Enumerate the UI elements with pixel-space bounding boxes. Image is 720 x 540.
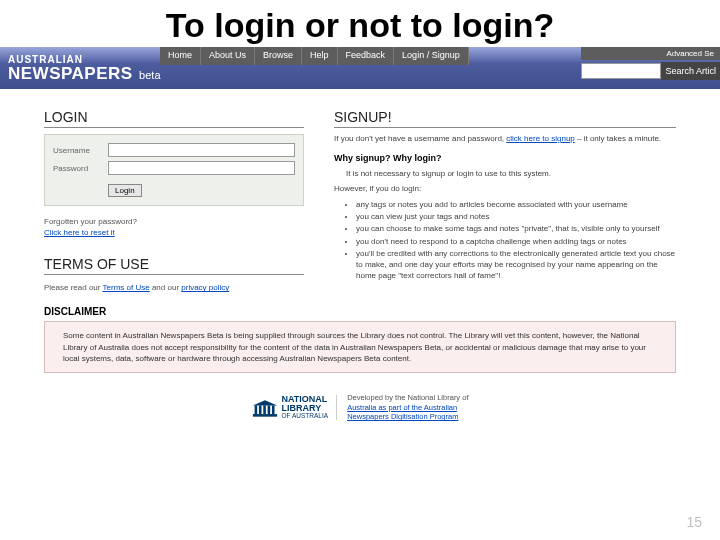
svg-rect-1 <box>254 405 257 414</box>
footer: NATIONAL LIBRARY OF AUSTRALIA Developed … <box>0 393 720 422</box>
page-number: 15 <box>686 514 702 530</box>
signup-heading: SIGNUP! <box>334 109 676 128</box>
app-header: AUSTRALIAN NEWSPAPERS beta Home About Us… <box>0 47 720 89</box>
benefits-list: any tags or notes you add to articles be… <box>356 199 676 281</box>
terms-prefix: Please read our <box>44 283 103 292</box>
username-field[interactable] <box>108 143 295 157</box>
right-column: SIGNUP! If you don't yet have a username… <box>334 109 676 292</box>
library-building-icon <box>252 398 278 418</box>
signup-intro: If you don't yet have a username and pas… <box>334 134 676 143</box>
list-item: you can choose to make some tags and not… <box>356 223 676 234</box>
footer-dev-prefix: Developed by the National Library of <box>347 393 468 402</box>
nla-line3: OF AUSTRALIA <box>282 413 329 420</box>
forgot-password-text: Forgotten your password? <box>44 216 304 227</box>
signup-intro-suffix: – it only takes a minute. <box>575 134 661 143</box>
username-label: Username <box>53 146 108 155</box>
signup-not-necessary: It is not necessary to signup or login t… <box>346 169 676 178</box>
signup-however: However, if you do login: <box>334 184 676 193</box>
disclaimer-box: Some content in Australian Newspapers Be… <box>44 321 676 373</box>
nav-login-signup[interactable]: Login / Signup <box>394 47 469 65</box>
signup-link[interactable]: click here to signup <box>506 134 574 143</box>
password-label: Password <box>53 164 108 173</box>
terms-heading: TERMS OF USE <box>44 256 304 275</box>
login-heading: LOGIN <box>44 109 304 128</box>
left-column: LOGIN Username Password Login Forgotten … <box>44 109 304 292</box>
header-right: Advanced Se Search Articl <box>581 47 720 80</box>
list-item: you don't need to respond to a captcha c… <box>356 236 676 247</box>
privacy-policy-link[interactable]: privacy policy <box>181 283 229 292</box>
search-button[interactable]: Search Articl <box>661 62 720 80</box>
svg-rect-5 <box>271 405 274 414</box>
terms-of-use-link[interactable]: Terms of Use <box>103 283 150 292</box>
footer-attribution: Developed by the National Library of Aus… <box>347 393 468 422</box>
nav-browse[interactable]: Browse <box>255 47 302 65</box>
svg-rect-3 <box>263 405 266 414</box>
svg-marker-6 <box>252 400 276 405</box>
footer-link-2[interactable]: Newspapers Digitisation Program <box>347 412 458 421</box>
main-nav: Home About Us Browse Help Feedback Login… <box>160 47 469 65</box>
nav-home[interactable]: Home <box>160 47 201 65</box>
brand-logo: AUSTRALIAN NEWSPAPERS beta <box>8 55 161 82</box>
terms-mid: and our <box>150 283 182 292</box>
search-input[interactable] <box>581 63 661 79</box>
svg-rect-0 <box>252 414 276 417</box>
svg-rect-4 <box>267 405 270 414</box>
slide-title: To login or not to login? <box>0 0 720 47</box>
nav-about[interactable]: About Us <box>201 47 255 65</box>
list-item: you can view just your tags and notes <box>356 211 676 222</box>
signup-intro-prefix: If you don't yet have a username and pas… <box>334 134 506 143</box>
list-item: you'll be credited with any corrections … <box>356 248 676 282</box>
nla-logo-text: NATIONAL LIBRARY OF AUSTRALIA <box>282 395 329 420</box>
svg-rect-2 <box>258 405 261 414</box>
main-content: LOGIN Username Password Login Forgotten … <box>0 89 720 292</box>
disclaimer-heading: DISCLAIMER <box>44 306 720 317</box>
list-item: any tags or notes you add to articles be… <box>356 199 676 210</box>
reset-password-link[interactable]: Click here to reset it <box>44 228 115 237</box>
nav-help[interactable]: Help <box>302 47 338 65</box>
login-button[interactable]: Login <box>108 184 142 197</box>
brand-line2: NEWSPAPERS <box>8 64 133 83</box>
nla-logo: NATIONAL LIBRARY OF AUSTRALIA <box>252 395 338 420</box>
terms-text: Please read our Terms of Use and our pri… <box>44 283 304 292</box>
password-field[interactable] <box>108 161 295 175</box>
why-signup-heading: Why signup? Why login? <box>334 153 676 163</box>
login-form: Username Password Login <box>44 134 304 206</box>
advanced-search-link[interactable]: Advanced Se <box>581 47 720 60</box>
nav-feedback[interactable]: Feedback <box>338 47 395 65</box>
brand-beta: beta <box>139 69 160 81</box>
footer-link-1[interactable]: Australia as part of the Australian <box>347 403 457 412</box>
